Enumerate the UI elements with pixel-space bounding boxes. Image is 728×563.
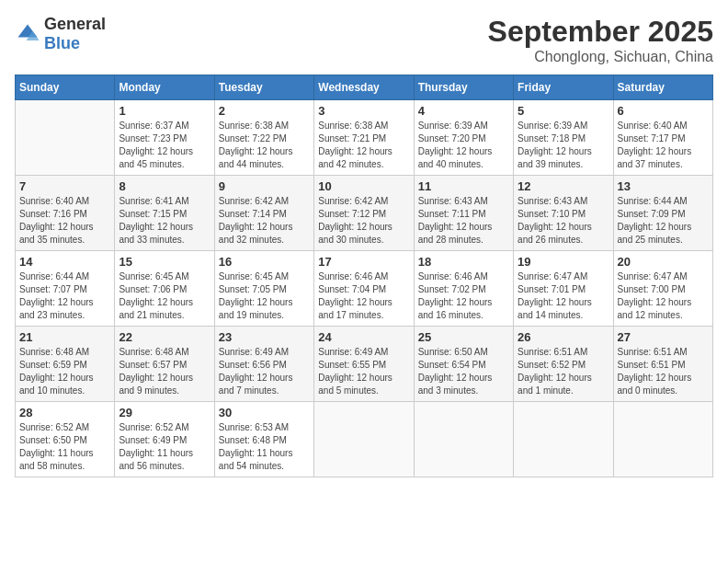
day-info: Sunrise: 6:46 AM Sunset: 7:04 PM Dayligh… [318,270,409,322]
calendar-day-cell: 17Sunrise: 6:46 AM Sunset: 7:04 PM Dayli… [314,251,414,327]
day-info: Sunrise: 6:50 AM Sunset: 6:54 PM Dayligh… [418,346,509,397]
calendar-day-cell: 28Sunrise: 6:52 AM Sunset: 6:50 PM Dayli… [16,402,115,477]
day-info: Sunrise: 6:52 AM Sunset: 6:50 PM Dayligh… [19,421,110,473]
day-number: 20 [618,255,709,269]
day-info: Sunrise: 6:39 AM Sunset: 7:20 PM Dayligh… [418,120,509,171]
calendar-week-row: 21Sunrise: 6:48 AM Sunset: 6:59 PM Dayli… [16,327,713,402]
day-number: 24 [318,330,409,344]
calendar-day-cell [613,402,712,477]
day-info: Sunrise: 6:53 AM Sunset: 6:48 PM Dayligh… [219,421,310,473]
logo-blue: Blue [44,34,80,52]
day-number: 18 [418,255,509,269]
day-info: Sunrise: 6:46 AM Sunset: 7:02 PM Dayligh… [418,270,509,322]
day-number: 11 [418,179,509,193]
day-number: 29 [119,406,210,419]
day-number: 14 [19,255,110,269]
day-of-week-header: Saturday [613,75,712,100]
calendar-day-cell: 22Sunrise: 6:48 AM Sunset: 6:57 PM Dayli… [115,327,214,402]
calendar-day-cell: 1Sunrise: 6:37 AM Sunset: 7:23 PM Daylig… [115,100,214,176]
calendar-day-cell: 19Sunrise: 6:47 AM Sunset: 7:01 PM Dayli… [514,251,613,327]
calendar-day-cell: 30Sunrise: 6:53 AM Sunset: 6:48 PM Dayli… [214,402,313,477]
calendar-day-cell: 13Sunrise: 6:44 AM Sunset: 7:09 PM Dayli… [613,176,712,251]
calendar-day-cell: 2Sunrise: 6:38 AM Sunset: 7:22 PM Daylig… [214,100,313,176]
calendar-day-cell: 26Sunrise: 6:51 AM Sunset: 6:52 PM Dayli… [514,327,613,402]
logo: General Blue [15,15,106,53]
calendar-day-cell [514,402,613,477]
calendar-table: SundayMondayTuesdayWednesdayThursdayFrid… [15,75,713,477]
calendar-day-cell: 20Sunrise: 6:47 AM Sunset: 7:00 PM Dayli… [613,251,712,327]
calendar-week-row: 14Sunrise: 6:44 AM Sunset: 7:07 PM Dayli… [16,251,713,327]
day-info: Sunrise: 6:51 AM Sunset: 6:51 PM Dayligh… [618,346,709,397]
day-info: Sunrise: 6:38 AM Sunset: 7:21 PM Dayligh… [318,120,409,171]
day-of-week-header: Thursday [414,75,513,100]
calendar-day-cell: 25Sunrise: 6:50 AM Sunset: 6:54 PM Dayli… [414,327,513,402]
logo-icon [15,21,40,47]
day-number: 27 [618,330,709,344]
calendar-week-row: 1Sunrise: 6:37 AM Sunset: 7:23 PM Daylig… [16,100,713,176]
day-of-week-header: Tuesday [214,75,313,100]
day-of-week-header: Friday [514,75,613,100]
day-number: 4 [418,104,509,118]
day-number: 6 [618,104,709,118]
calendar-day-cell: 29Sunrise: 6:52 AM Sunset: 6:49 PM Dayli… [115,402,214,477]
calendar-day-cell: 18Sunrise: 6:46 AM Sunset: 7:02 PM Dayli… [414,251,513,327]
day-info: Sunrise: 6:49 AM Sunset: 6:56 PM Dayligh… [219,346,310,397]
calendar-day-cell: 3Sunrise: 6:38 AM Sunset: 7:21 PM Daylig… [314,100,414,176]
day-number: 5 [518,104,609,118]
calendar-day-cell: 8Sunrise: 6:41 AM Sunset: 7:15 PM Daylig… [115,176,214,251]
day-number: 16 [219,255,310,269]
day-number: 17 [318,255,409,269]
calendar-day-cell: 21Sunrise: 6:48 AM Sunset: 6:59 PM Dayli… [16,327,115,402]
calendar-day-cell: 9Sunrise: 6:42 AM Sunset: 7:14 PM Daylig… [214,176,313,251]
page-header: General Blue September 2025 Chonglong, S… [15,15,713,65]
calendar-day-cell: 27Sunrise: 6:51 AM Sunset: 6:51 PM Dayli… [613,327,712,402]
calendar-day-cell: 4Sunrise: 6:39 AM Sunset: 7:20 PM Daylig… [414,100,513,176]
main-title: September 2025 [488,15,713,49]
logo-text: General Blue [44,15,106,53]
calendar-day-cell: 12Sunrise: 6:43 AM Sunset: 7:10 PM Dayli… [514,176,613,251]
calendar-day-cell: 10Sunrise: 6:42 AM Sunset: 7:12 PM Dayli… [314,176,414,251]
day-info: Sunrise: 6:51 AM Sunset: 6:52 PM Dayligh… [518,346,609,397]
day-number: 3 [318,104,409,118]
day-number: 8 [119,179,210,193]
day-number: 26 [518,330,609,344]
day-number: 25 [418,330,509,344]
day-number: 22 [119,330,210,344]
day-number: 23 [219,330,310,344]
day-number: 10 [318,179,409,193]
calendar-day-cell: 23Sunrise: 6:49 AM Sunset: 6:56 PM Dayli… [214,327,313,402]
calendar-day-cell: 5Sunrise: 6:39 AM Sunset: 7:18 PM Daylig… [514,100,613,176]
day-info: Sunrise: 6:40 AM Sunset: 7:16 PM Dayligh… [19,195,110,247]
day-info: Sunrise: 6:45 AM Sunset: 7:06 PM Dayligh… [119,270,210,322]
day-info: Sunrise: 6:47 AM Sunset: 7:00 PM Dayligh… [618,270,709,322]
day-of-week-header: Wednesday [314,75,414,100]
day-info: Sunrise: 6:48 AM Sunset: 6:59 PM Dayligh… [19,346,110,397]
day-info: Sunrise: 6:49 AM Sunset: 6:55 PM Dayligh… [318,346,409,397]
day-number: 12 [518,179,609,193]
calendar-day-cell [314,402,414,477]
day-info: Sunrise: 6:48 AM Sunset: 6:57 PM Dayligh… [119,346,210,397]
day-of-week-header: Monday [115,75,214,100]
day-number: 21 [19,330,110,344]
day-info: Sunrise: 6:44 AM Sunset: 7:07 PM Dayligh… [19,270,110,322]
day-info: Sunrise: 6:43 AM Sunset: 7:10 PM Dayligh… [518,195,609,247]
day-info: Sunrise: 6:45 AM Sunset: 7:05 PM Dayligh… [219,270,310,322]
calendar-day-cell: 11Sunrise: 6:43 AM Sunset: 7:11 PM Dayli… [414,176,513,251]
day-info: Sunrise: 6:41 AM Sunset: 7:15 PM Dayligh… [119,195,210,247]
day-info: Sunrise: 6:47 AM Sunset: 7:01 PM Dayligh… [518,270,609,322]
day-number: 13 [618,179,709,193]
calendar-day-cell: 16Sunrise: 6:45 AM Sunset: 7:05 PM Dayli… [214,251,313,327]
days-of-week-row: SundayMondayTuesdayWednesdayThursdayFrid… [16,75,713,100]
day-number: 7 [19,179,110,193]
calendar-body: 1Sunrise: 6:37 AM Sunset: 7:23 PM Daylig… [16,100,713,477]
day-info: Sunrise: 6:38 AM Sunset: 7:22 PM Dayligh… [219,120,310,171]
calendar-day-cell: 24Sunrise: 6:49 AM Sunset: 6:55 PM Dayli… [314,327,414,402]
day-info: Sunrise: 6:42 AM Sunset: 7:14 PM Dayligh… [219,195,310,247]
calendar-day-cell: 7Sunrise: 6:40 AM Sunset: 7:16 PM Daylig… [16,176,115,251]
day-number: 2 [219,104,310,118]
day-info: Sunrise: 6:40 AM Sunset: 7:17 PM Dayligh… [618,120,709,171]
day-number: 30 [219,406,310,419]
day-info: Sunrise: 6:52 AM Sunset: 6:49 PM Dayligh… [119,421,210,473]
day-number: 9 [219,179,310,193]
day-info: Sunrise: 6:42 AM Sunset: 7:12 PM Dayligh… [318,195,409,247]
